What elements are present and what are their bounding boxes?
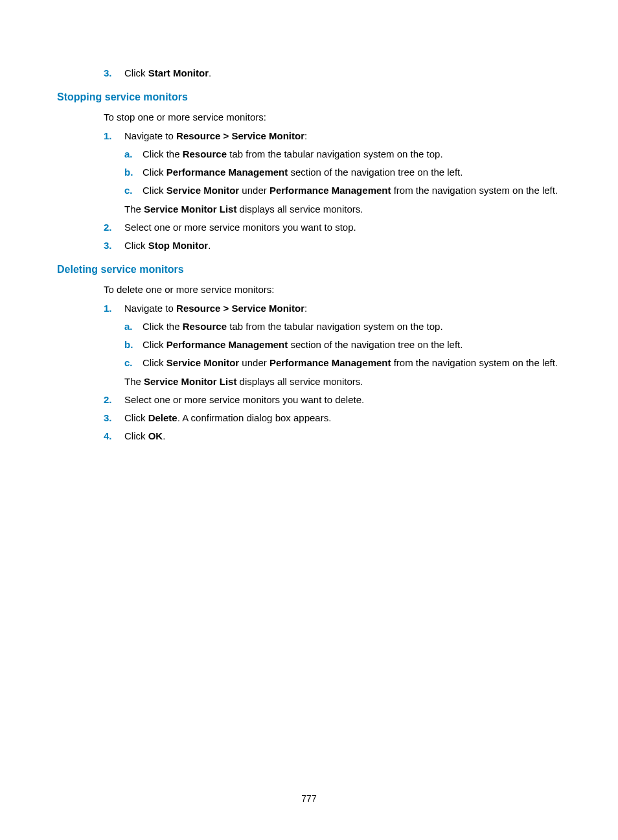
step-text: Click Stop Monitor. — [124, 237, 561, 254]
substep-text: Click Service Monitor under Performance … — [143, 182, 561, 199]
substep-text: Click Performance Management section of … — [143, 336, 561, 353]
page-number: 777 — [0, 793, 618, 804]
bold-text: Resource > Service Monitor — [176, 130, 304, 141]
text: Click — [143, 185, 166, 196]
text: Click — [124, 412, 148, 423]
intro-deleting: To delete one or more service monitors: — [104, 281, 561, 298]
page-content: 3. Click Start Monitor. Stopping service… — [57, 65, 561, 445]
step-text: Select one or more service monitors you … — [124, 219, 561, 236]
text: Click — [124, 67, 148, 78]
bold-text: OK — [148, 430, 163, 441]
bold-text: Resource > Service Monitor — [176, 303, 304, 314]
list-marker: 2. — [104, 391, 124, 408]
text: displays all service monitors. — [236, 376, 363, 387]
step-text: Navigate to Resource > Service Monitor: — [124, 128, 561, 145]
text: : — [304, 130, 307, 141]
bold-text: Start Monitor — [148, 67, 209, 78]
text: Click — [143, 357, 166, 368]
text: from the navigation system on the left. — [391, 357, 558, 368]
bold-text: Service Monitor List — [144, 204, 236, 215]
intro-stopping: To stop one or more service monitors: — [104, 109, 561, 126]
bold-text: Performance Management — [269, 185, 391, 196]
bold-text: Service Monitor List — [144, 376, 236, 387]
text: section of the navigation tree on the le… — [288, 167, 463, 178]
step-body: Navigate to Resource > Service Monitor: … — [124, 128, 561, 218]
substep-b: b. Click Performance Management section … — [124, 336, 561, 353]
bold-text: Performance Management — [166, 167, 288, 178]
stopping-step-3: 3. Click Stop Monitor. — [104, 237, 561, 254]
text: : — [304, 303, 307, 314]
text: . — [163, 430, 165, 441]
text: Click — [124, 430, 148, 441]
bold-text: Service Monitor — [166, 357, 240, 368]
text: under — [239, 185, 269, 196]
step-text: Click Start Monitor. — [124, 65, 561, 82]
text: Click the — [143, 148, 183, 159]
text: displays all service monitors. — [236, 204, 363, 215]
step-text: Select one or more service monitors you … — [124, 391, 561, 408]
substep-c: c. Click Service Monitor under Performan… — [124, 355, 561, 371]
document-page: 3. Click Start Monitor. Stopping service… — [0, 0, 618, 840]
bold-text: Performance Management — [269, 357, 391, 368]
bold-text: Resource — [183, 148, 227, 159]
text: Click — [143, 167, 166, 178]
result-text: The Service Monitor List displays all se… — [124, 201, 561, 218]
step-text: Click OK. — [124, 428, 561, 445]
text: under — [239, 357, 269, 368]
text: . — [208, 240, 211, 251]
text: section of the navigation tree on the le… — [288, 339, 463, 350]
step-3-start-monitor: 3. Click Start Monitor. — [104, 65, 561, 82]
text: . — [209, 67, 211, 78]
deleting-step-4: 4. Click OK. — [104, 428, 561, 445]
list-marker: 1. — [104, 128, 124, 218]
text: Navigate to — [124, 130, 176, 141]
substep-text: Click Service Monitor under Performance … — [143, 355, 561, 371]
text: Navigate to — [124, 303, 176, 314]
text: tab from the tabular navigation system o… — [227, 321, 443, 332]
list-marker: 3. — [104, 410, 124, 426]
deleting-step-3: 3. Click Delete. A confirmation dialog b… — [104, 410, 561, 426]
list-marker: 4. — [104, 428, 124, 445]
list-marker: 3. — [104, 65, 124, 82]
deleting-step-2: 2. Select one or more service monitors y… — [104, 391, 561, 408]
bold-text: Stop Monitor — [148, 240, 208, 251]
list-marker: b. — [124, 164, 143, 181]
list-marker: a. — [124, 146, 143, 163]
stopping-step-2: 2. Select one or more service monitors y… — [104, 219, 561, 236]
list-marker: c. — [124, 182, 143, 199]
deleting-step-1: 1. Navigate to Resource > Service Monito… — [104, 300, 561, 390]
bold-text: Service Monitor — [166, 185, 240, 196]
substep-text: Click Performance Management section of … — [143, 164, 561, 181]
list-marker: 3. — [104, 237, 124, 254]
substep-a: a. Click the Resource tab from the tabul… — [124, 146, 561, 163]
list-marker: c. — [124, 355, 143, 371]
text: The — [124, 204, 144, 215]
bold-text: Delete — [148, 412, 177, 423]
substep-c: c. Click Service Monitor under Performan… — [124, 182, 561, 199]
heading-stopping: Stopping service monitors — [57, 88, 561, 106]
substep-b: b. Click Performance Management section … — [124, 164, 561, 181]
text: . A confirmation dialog box appears. — [177, 412, 332, 423]
substep-text: Click the Resource tab from the tabular … — [143, 318, 561, 335]
heading-deleting: Deleting service monitors — [57, 261, 561, 279]
list-marker: 2. — [104, 219, 124, 236]
substep-a: a. Click the Resource tab from the tabul… — [124, 318, 561, 335]
text: Click — [143, 339, 166, 350]
list-marker: a. — [124, 318, 143, 335]
text: The — [124, 376, 144, 387]
bold-text: Resource — [183, 321, 227, 332]
substep-text: Click the Resource tab from the tabular … — [143, 146, 561, 163]
text: tab from the tabular navigation system o… — [227, 148, 443, 159]
list-marker: 1. — [104, 300, 124, 390]
text: from the navigation system on the left. — [391, 185, 558, 196]
text: Click the — [143, 321, 183, 332]
step-body: Navigate to Resource > Service Monitor: … — [124, 300, 561, 390]
text: Click — [124, 240, 148, 251]
bold-text: Performance Management — [166, 339, 288, 350]
stopping-step-1: 1. Navigate to Resource > Service Monito… — [104, 128, 561, 218]
step-text: Navigate to Resource > Service Monitor: — [124, 300, 561, 317]
list-marker: b. — [124, 336, 143, 353]
result-text: The Service Monitor List displays all se… — [124, 373, 561, 390]
step-text: Click Delete. A confirmation dialog box … — [124, 410, 561, 426]
